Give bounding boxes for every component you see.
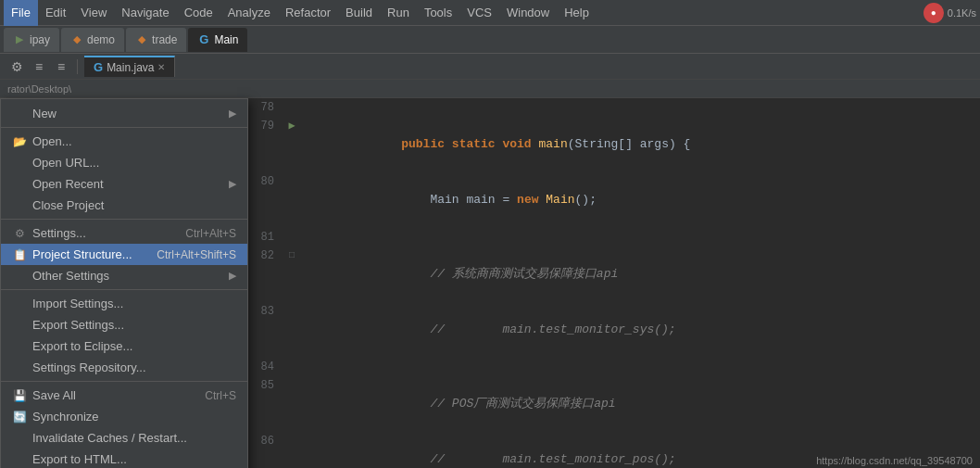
menu-vcs[interactable]: VCS <box>459 0 499 26</box>
menu-item-other-settings[interactable]: Other Settings ▶ <box>1 265 247 286</box>
toolbar-btn-3[interactable]: ≡ <box>52 57 70 76</box>
line-num-84: 84 <box>248 358 283 376</box>
toolbar-separator-1 <box>77 59 78 74</box>
menu-navigate[interactable]: Navigate <box>114 0 176 26</box>
menu-file[interactable]: File <box>4 0 38 26</box>
code-line-81: 81 <box>248 228 980 247</box>
menu-item-save-all[interactable]: 💾 Save All Ctrl+S <box>1 385 247 406</box>
menu-refactor[interactable]: Refactor <box>278 0 338 26</box>
menu-icon-open: 📂 <box>12 135 27 148</box>
editor-tab-label: Main.java <box>107 61 154 74</box>
path-bar: rator\Desktop\ <box>0 80 980 98</box>
tab-icon-trade: ◆ <box>135 33 148 46</box>
line-num-85: 85 <box>248 376 283 395</box>
menu-item-synchronize[interactable]: 🔄 Synchronize <box>1 406 247 427</box>
tab-label-trade: trade <box>152 33 177 46</box>
menu-shortcut-save-all: Ctrl+S <box>205 389 236 402</box>
editor-tab-main[interactable]: G Main.java ✕ <box>84 56 175 77</box>
menu-shortcut-project-structure: Ctrl+Alt+Shift+S <box>157 248 236 261</box>
line-num-83: 83 <box>248 302 283 321</box>
toolbar-btn-1[interactable]: ⚙ <box>7 57 26 76</box>
editor-tab-icon: G <box>94 60 103 74</box>
line-content-82: // 系统商商测试交易保障接口api <box>300 247 980 302</box>
menu-label-export-html: Export to HTML... <box>32 452 127 466</box>
line-num-78: 78 <box>248 98 283 117</box>
line-num-86: 86 <box>248 432 283 450</box>
tab-icon-ipay: ▶ <box>13 33 26 46</box>
tab-trade[interactable]: ◆ trade <box>126 28 186 52</box>
network-speed: 0.1K/s <box>948 7 976 19</box>
code-line-85: 85 // POS厂商测试交易保障接口api <box>248 376 980 432</box>
blog-url: https://blog.csdn.net/qq_39548700 <box>816 455 973 466</box>
code-line-83: 83 // main.test_monitor_sys(); <box>248 302 980 358</box>
toolbar-btn-2[interactable]: ≡ <box>30 57 48 76</box>
menu-window[interactable]: Window <box>499 0 557 26</box>
menu-item-close-project[interactable]: Close Project <box>1 195 247 216</box>
menu-label-save-all: Save All <box>32 388 76 402</box>
menu-tools[interactable]: Tools <box>417 0 459 26</box>
sep-1 <box>1 127 247 128</box>
menu-view[interactable]: View <box>73 0 114 26</box>
line-num-81: 81 <box>248 228 283 247</box>
menu-item-open-url[interactable]: Open URL... <box>1 152 247 173</box>
editor-tab-close[interactable]: ✕ <box>157 62 165 72</box>
menu-icon-synchronize: 🔄 <box>12 411 27 424</box>
tab-label-demo: demo <box>87 33 115 46</box>
line-num-80: 80 <box>248 172 283 191</box>
menu-label-project-structure: Project Structure... <box>32 247 132 261</box>
menu-label-close-project: Close Project <box>32 198 104 212</box>
menu-shortcut-settings: Ctrl+Alt+S <box>185 227 236 240</box>
menu-label-open-recent: Open Recent <box>32 177 104 191</box>
line-content-80: Main main = new Main(); <box>300 172 980 228</box>
path-text: rator\Desktop\ <box>7 83 71 95</box>
tab-icon-main: G <box>197 33 210 46</box>
line-num-82: 82 <box>248 247 283 265</box>
menu-label-settings: Settings... <box>32 226 86 240</box>
tab-demo[interactable]: ◆ demo <box>61 28 124 52</box>
menu-icon-project-structure: 📋 <box>12 248 27 261</box>
menu-item-settings[interactable]: ⚙ Settings... Ctrl+Alt+S <box>1 222 247 244</box>
code-line-79: 79 ▶ public static void main(String[] ar… <box>248 117 980 172</box>
menu-label-settings-repo: Settings Repository... <box>32 360 146 374</box>
editor-area: 78 79 ▶ public static void main(String[]… <box>248 98 980 468</box>
menu-item-export-settings[interactable]: Export Settings... <box>1 314 247 335</box>
menu-label-import-settings: Import Settings... <box>32 297 123 310</box>
menu-build[interactable]: Build <box>338 0 380 26</box>
menu-run[interactable]: Run <box>380 0 417 26</box>
menu-item-import-settings[interactable]: Import Settings... <box>1 293 247 314</box>
toolbar: ⚙ ≡ ≡ G Main.java ✕ <box>0 54 980 80</box>
menu-item-new[interactable]: New ▶ <box>1 103 247 124</box>
project-tabbar: ▶ ipay ◆ demo ◆ trade G Main <box>0 26 980 54</box>
tab-ipay[interactable]: ▶ ipay <box>4 28 59 52</box>
sep-2 <box>1 219 247 220</box>
sep-4 <box>1 381 247 382</box>
tab-label-main: Main <box>214 33 238 46</box>
menu-item-export-html[interactable]: Export to HTML... <box>1 449 247 468</box>
line-content-83: // main.test_monitor_sys(); <box>300 302 980 358</box>
line-gutter-79: ▶ <box>283 117 300 135</box>
menubar: File Edit View Navigate Code Analyze Ref… <box>0 0 980 26</box>
code-editor[interactable]: 78 79 ▶ public static void main(String[]… <box>248 98 980 468</box>
menu-help[interactable]: Help <box>557 0 597 26</box>
menu-item-settings-repo[interactable]: Settings Repository... <box>1 357 247 378</box>
menu-item-open-recent[interactable]: Open Recent ▶ <box>1 173 247 195</box>
menu-arrow-other-settings: ▶ <box>229 270 236 282</box>
menu-edit[interactable]: Edit <box>38 0 73 26</box>
menu-item-open[interactable]: 📂 Open... <box>1 131 247 152</box>
menu-label-synchronize: Synchronize <box>32 410 99 424</box>
menu-code[interactable]: Code <box>177 0 220 26</box>
menu-icon-settings: ⚙ <box>12 227 27 240</box>
line-content-79: public static void main(String[] args) { <box>300 117 980 172</box>
menu-item-invalidate-caches[interactable]: Invalidate Caches / Restart... <box>1 427 247 449</box>
menu-analyze[interactable]: Analyze <box>220 0 278 26</box>
line-content-85: // POS厂商测试交易保障接口api <box>300 376 980 432</box>
menu-label-export-settings: Export Settings... <box>32 318 124 332</box>
tab-main[interactable]: G Main <box>188 28 247 52</box>
main-layout: New ▶ 📂 Open... Open URL... Open Recent … <box>0 98 980 468</box>
line-gutter-82: □ <box>283 247 300 265</box>
line-num-79: 79 <box>248 117 283 135</box>
menu-item-project-structure[interactable]: 📋 Project Structure... Ctrl+Alt+Shift+S <box>1 244 247 265</box>
menu-label-export-eclipse: Export to Eclipse... <box>32 339 132 353</box>
menu-arrow-open-recent: ▶ <box>229 178 236 190</box>
menu-item-export-eclipse[interactable]: Export to Eclipse... <box>1 335 247 357</box>
